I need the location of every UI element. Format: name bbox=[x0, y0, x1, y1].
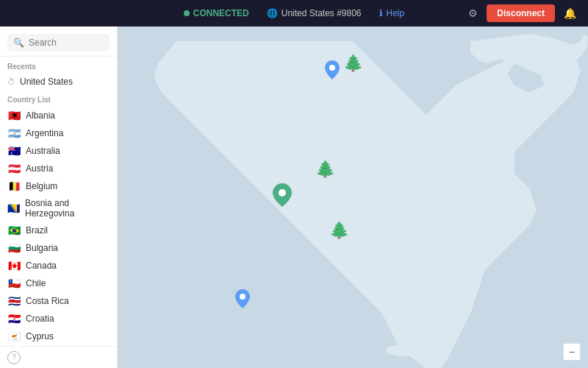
svg-point-1 bbox=[386, 344, 423, 356]
notification-bell-icon[interactable]: 🔔 bbox=[564, 7, 576, 19]
country-item-cyprus[interactable]: 🇨🇾Cyprus bbox=[0, 328, 117, 345]
country-item-costa-rica[interactable]: 🇨🇷Costa Rica bbox=[0, 292, 117, 310]
flag-icon: 🇧🇪 bbox=[7, 180, 21, 192]
svg-point-5 bbox=[240, 294, 245, 300]
flag-icon: 🇧🇦 bbox=[7, 202, 20, 214]
sidebar: 🔍 Recents ⏱ United States Country List 🇦… bbox=[0, 26, 118, 368]
help-link[interactable]: ℹ Help bbox=[379, 8, 405, 18]
svg-point-4 bbox=[279, 189, 286, 197]
country-item-brazil[interactable]: 🇧🇷Brazil bbox=[0, 222, 117, 239]
country-item-australia[interactable]: 🇦🇺Australia bbox=[0, 142, 117, 160]
recents-label: Recents bbox=[0, 57, 117, 74]
flag-icon: 🇭🇷 bbox=[7, 313, 21, 325]
country-name: Costa Rica bbox=[26, 296, 69, 306]
country-name: Croatia bbox=[26, 314, 54, 324]
tree-icon-2: 🌲 bbox=[315, 160, 335, 179]
tree-icon-1: 🌲 bbox=[343, 54, 363, 73]
flag-icon: 🇨🇾 bbox=[7, 330, 21, 342]
country-name: Brazil bbox=[26, 225, 48, 236]
connection-status: CONNECTED bbox=[184, 8, 249, 18]
help-button[interactable]: ? bbox=[7, 351, 21, 364]
server-name: United States #9806 bbox=[282, 8, 362, 18]
server-pin-1 bbox=[325, 60, 340, 79]
country-item-argentina[interactable]: 🇦🇷Argentina bbox=[0, 124, 117, 142]
country-name: Cyprus bbox=[26, 331, 54, 342]
country-item-croatia[interactable]: 🇭🇷Croatia bbox=[0, 310, 117, 328]
sidebar-bottom: ? bbox=[0, 346, 117, 368]
sidebar-content: Recents ⏱ United States Country List 🇦🇱A… bbox=[0, 57, 117, 368]
flag-icon: 🇦🇹 bbox=[7, 163, 21, 174]
country-name: Argentina bbox=[26, 128, 63, 138]
flag-icon: 🇨🇦 bbox=[7, 260, 21, 272]
recent-item-label: United States bbox=[20, 77, 73, 87]
country-name: Australia bbox=[26, 146, 60, 156]
map-controls: − bbox=[563, 343, 581, 361]
country-name: Chile bbox=[26, 278, 46, 289]
settings-icon[interactable]: ⚙ bbox=[468, 7, 478, 19]
country-item-albania[interactable]: 🇦🇱Albania bbox=[0, 107, 117, 124]
flag-icon: 🇨🇷 bbox=[7, 295, 21, 307]
tree-icon-3: 🌲 bbox=[329, 221, 349, 240]
recent-item-us[interactable]: ⏱ United States bbox=[0, 74, 117, 90]
country-item-canada[interactable]: 🇨🇦Canada bbox=[0, 257, 117, 275]
country-item-austria[interactable]: 🇦🇹Austria bbox=[0, 160, 117, 177]
main-layout: 🔍 Recents ⏱ United States Country List 🇦… bbox=[0, 26, 588, 368]
svg-point-2 bbox=[423, 354, 445, 361]
search-input[interactable] bbox=[29, 38, 104, 48]
country-name: Belgium bbox=[26, 181, 57, 191]
search-box[interactable]: 🔍 bbox=[7, 34, 110, 52]
country-name: Bulgaria bbox=[26, 243, 58, 253]
flag-icon: 🇨🇱 bbox=[7, 277, 21, 289]
disconnect-button[interactable]: Disconnect bbox=[487, 4, 555, 22]
help-label: Help bbox=[387, 8, 405, 18]
flag-icon: 🇦🇱 bbox=[7, 110, 21, 121]
status-dot bbox=[184, 10, 190, 16]
server-pin-2 bbox=[235, 289, 250, 308]
svg-point-3 bbox=[329, 65, 335, 71]
country-list: 🇦🇱Albania🇦🇷Argentina🇦🇺Australia🇦🇹Austria… bbox=[0, 107, 117, 368]
flag-icon: 🇧🇬 bbox=[7, 242, 21, 254]
search-icon: 🔍 bbox=[13, 38, 24, 48]
country-list-label: Country List bbox=[0, 90, 117, 107]
flag-icon: 🇦🇺 bbox=[7, 145, 21, 157]
country-name: Canada bbox=[26, 261, 57, 271]
country-item-chile[interactable]: 🇨🇱Chile bbox=[0, 275, 117, 292]
country-item-bulgaria[interactable]: 🇧🇬Bulgaria bbox=[0, 239, 117, 257]
active-connection-pin bbox=[273, 183, 292, 207]
country-name: Bosnia and Herzegovina bbox=[25, 198, 110, 219]
status-label: CONNECTED bbox=[193, 8, 249, 18]
topbar-right: ⚙ Disconnect 🔔 bbox=[468, 4, 576, 22]
topbar: CONNECTED 🌐 United States #9806 ℹ Help ⚙… bbox=[0, 0, 588, 26]
clock-icon: ⏱ bbox=[7, 77, 15, 86]
country-name: Albania bbox=[26, 110, 55, 121]
flag-icon: 🇦🇷 bbox=[7, 127, 21, 139]
zoom-out-button[interactable]: − bbox=[563, 343, 581, 361]
sidebar-search-area: 🔍 bbox=[0, 26, 117, 57]
country-item-belgium[interactable]: 🇧🇪Belgium bbox=[0, 177, 117, 195]
help-circle-label: ? bbox=[12, 353, 16, 361]
country-name: Austria bbox=[26, 163, 53, 174]
country-item-bosnia-and-herzegovina[interactable]: 🇧🇦Bosnia and Herzegovina bbox=[0, 195, 117, 222]
flag-icon: 🇧🇷 bbox=[7, 224, 21, 236]
server-info: 🌐 United States #9806 bbox=[267, 8, 362, 18]
map-area: 🌲 🌲 🌲 − bbox=[118, 26, 588, 368]
